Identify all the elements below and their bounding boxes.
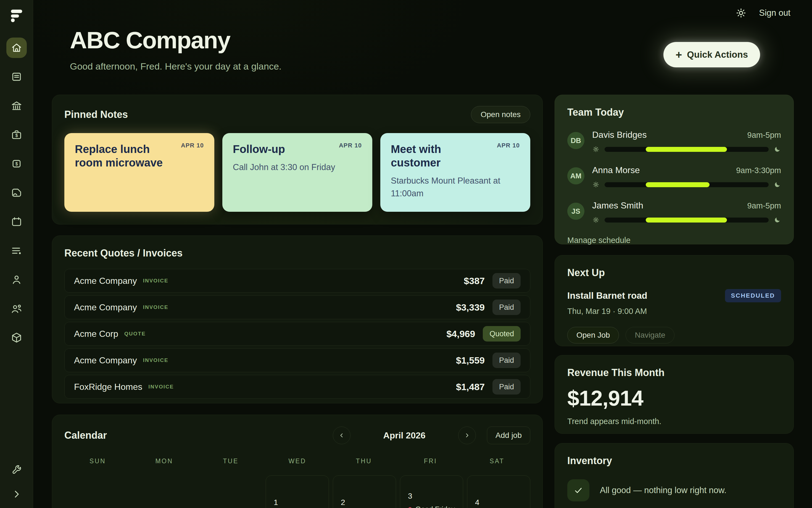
note-title: Meet with customer xyxy=(391,142,489,170)
customer-name: Acme Company xyxy=(74,276,137,286)
chevron-right-icon xyxy=(11,488,23,500)
amount: $1,487 xyxy=(456,382,485,392)
calendar-next-button[interactable] xyxy=(458,427,476,444)
calendar-day-cell[interactable]: 4 xyxy=(467,475,530,508)
sidebar-item-notes[interactable] xyxy=(6,67,27,87)
calendar-panel: Calendar April 2026 Add job SUN MON TUE … xyxy=(52,415,543,508)
sun-icon xyxy=(592,216,600,224)
day-number: 3 xyxy=(408,492,412,501)
weekday-label: WED xyxy=(264,458,331,465)
sun-icon xyxy=(592,181,600,188)
calendar-icon xyxy=(10,216,23,228)
status-badge: Paid xyxy=(492,273,521,289)
team-today-title: Team Today xyxy=(567,107,781,118)
recent-invoices-panel: Recent Quotes / Invoices Acme Company IN… xyxy=(52,236,543,404)
calendar-month-label: April 2026 xyxy=(353,430,455,440)
amount: $387 xyxy=(464,276,485,286)
note-date: APR 10 xyxy=(339,142,362,149)
sidebar-item-customers[interactable] xyxy=(6,269,27,290)
manage-schedule-link[interactable]: Manage schedule xyxy=(567,236,631,245)
team-today-panel: Team Today DB Davis Bridges 9am-5pm xyxy=(555,95,794,244)
shift-fill xyxy=(646,218,727,222)
team-member-row: DB Davis Bridges 9am-5pm xyxy=(567,130,781,153)
moon-icon xyxy=(774,181,781,188)
sidebar-nav: $ $ xyxy=(6,38,27,348)
day-number: 2 xyxy=(341,498,345,507)
customer-name: Acme Company xyxy=(74,355,137,366)
bank-icon xyxy=(10,100,23,112)
doc-type-tag: INVOICE xyxy=(143,357,168,363)
calendar-prev-button[interactable] xyxy=(333,427,351,444)
member-hours: 9am-5pm xyxy=(747,201,781,210)
note-card[interactable]: APR 10 Replace lunch room microwave xyxy=(64,133,214,212)
member-name: James Smith xyxy=(592,201,643,211)
sidebar-item-media[interactable] xyxy=(6,182,27,203)
status-badge: Paid xyxy=(492,300,521,315)
sidebar-item-team[interactable] xyxy=(6,298,27,319)
sidebar-item-home[interactable] xyxy=(6,38,27,58)
inventory-message: All good — nothing low right now. xyxy=(600,485,726,495)
pinned-notes-panel: Pinned Notes Open notes APR 10 Replace l… xyxy=(52,95,543,224)
sidebar-item-tools[interactable] xyxy=(11,464,23,475)
wrench-icon xyxy=(11,464,23,475)
page-subtitle: Good afternoon, Fred. Here's your day at… xyxy=(70,61,281,72)
event-dot-icon xyxy=(408,507,412,508)
calendar-day-cell[interactable]: 2 xyxy=(333,475,396,508)
sidebar-item-tasks[interactable] xyxy=(6,241,27,261)
sidebar: $ $ xyxy=(0,0,33,508)
sidebar-item-jobs[interactable]: $ xyxy=(6,125,27,145)
shift-bar xyxy=(605,218,769,222)
add-job-button[interactable]: Add job xyxy=(487,427,530,444)
amount: $1,559 xyxy=(456,355,485,366)
sidebar-item-bank[interactable] xyxy=(6,95,27,116)
sign-out-link[interactable]: Sign out xyxy=(759,8,790,18)
next-up-title: Next Up xyxy=(567,267,781,279)
briefcase-dollar-icon: $ xyxy=(10,129,23,141)
calendar-title: Calendar xyxy=(64,430,107,441)
people-icon xyxy=(10,303,23,315)
notes-icon xyxy=(10,71,23,83)
page-title: ABC Company xyxy=(70,27,281,54)
recent-invoices-title: Recent Quotes / Invoices xyxy=(64,247,530,259)
sidebar-item-inventory[interactable] xyxy=(6,328,27,348)
pinned-notes-title: Pinned Notes xyxy=(64,109,128,120)
sidebar-item-payments[interactable]: $ xyxy=(6,154,27,174)
avatar: DB xyxy=(567,132,584,149)
invoice-row[interactable]: FoxRidge Homes INVOICE $1,487 Paid xyxy=(64,375,530,399)
note-title: Follow-up xyxy=(233,142,331,156)
sidebar-item-calendar[interactable] xyxy=(6,211,27,232)
note-card[interactable]: APR 10 Follow-up Call John at 3:30 on Fr… xyxy=(222,133,372,212)
invoice-row[interactable]: Acme Corp QUOTE $4,969 Quoted xyxy=(64,322,530,346)
avatar: AM xyxy=(567,167,584,184)
note-card[interactable]: APR 10 Meet with customer Starbucks Moun… xyxy=(380,133,530,212)
doc-type-tag: INVOICE xyxy=(143,278,168,284)
list-icon xyxy=(10,245,23,257)
sun-theme-icon[interactable] xyxy=(735,7,747,19)
weekday-label: MON xyxy=(131,458,198,465)
calendar-empty-cell xyxy=(199,475,262,508)
weekday-label: SAT xyxy=(464,458,530,465)
check-icon xyxy=(573,485,583,495)
next-up-panel: Next Up Install Barnet road SCHEDULED Th… xyxy=(555,255,794,346)
sidebar-collapse-button[interactable] xyxy=(11,488,23,500)
home-icon xyxy=(10,42,23,54)
open-job-button[interactable]: Open Job xyxy=(567,327,619,343)
day-number: 1 xyxy=(274,498,278,507)
navigate-button[interactable]: Navigate xyxy=(625,327,675,343)
calendar-day-cell[interactable]: 3 Good Friday xyxy=(400,475,463,508)
open-notes-button[interactable]: Open notes xyxy=(471,106,530,123)
card-dollar-icon: $ xyxy=(10,158,23,170)
invoice-list: Acme Company INVOICE $387 Paid Acme Comp… xyxy=(64,269,530,399)
invoice-row[interactable]: Acme Company INVOICE $1,559 Paid xyxy=(64,348,530,372)
member-hours: 9am-3:30pm xyxy=(736,166,781,175)
shift-bar xyxy=(605,147,769,152)
calendar-day-cell[interactable]: 1 xyxy=(266,475,329,508)
invoice-row[interactable]: Acme Company INVOICE $3,339 Paid xyxy=(64,295,530,319)
chevron-left-icon xyxy=(338,432,345,439)
shift-bar xyxy=(605,182,769,187)
invoice-row[interactable]: Acme Company INVOICE $387 Paid xyxy=(64,269,530,293)
svg-text:$: $ xyxy=(15,133,18,138)
quick-actions-button[interactable]: + Quick Actions xyxy=(663,42,760,68)
plus-icon: + xyxy=(676,49,682,60)
image-icon xyxy=(10,186,23,199)
